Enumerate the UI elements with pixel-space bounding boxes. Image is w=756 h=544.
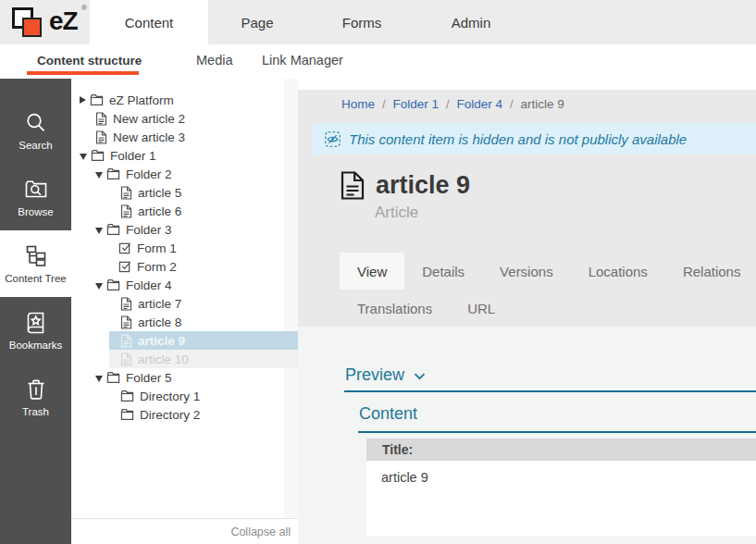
bookmarks-icon — [24, 311, 48, 335]
hidden-content-alert: This content item is hidden and is not p… — [312, 123, 756, 155]
breadcrumb-separator: / — [510, 98, 513, 111]
tree-item-label: Form 1 — [137, 241, 177, 255]
tree-item-directory-1[interactable]: Directory 1 — [120, 387, 298, 405]
article-icon — [120, 204, 132, 218]
collapse-arrow-icon[interactable] — [95, 172, 103, 179]
tree-item-label: Folder 3 — [126, 223, 172, 237]
sidebar-item-label: Bookmarks — [9, 340, 63, 351]
preview-section-toggle[interactable]: Preview — [345, 365, 426, 385]
folder-icon — [120, 408, 134, 421]
collapse-arrow-icon[interactable] — [95, 376, 103, 382]
tree-item-folder-5[interactable]: Folder 5 — [95, 368, 298, 387]
tree-item-label: Directory 2 — [140, 408, 200, 422]
subnav-item-link-manager[interactable]: Link Manager — [262, 44, 343, 76]
tree-item-label: Folder 4 — [126, 278, 172, 292]
form-icon — [118, 260, 131, 273]
content-tree-icon — [24, 244, 48, 268]
tree-item-new-article-2[interactable]: New article 2 — [95, 109, 298, 128]
tree-item-directory-2[interactable]: Directory 2 — [120, 405, 298, 424]
tree-item-article-8[interactable]: article 8 — [120, 313, 298, 331]
sidebar-item-label: Content Tree — [5, 273, 66, 284]
tree-item-label: article 5 — [138, 186, 181, 200]
article-icon — [95, 112, 107, 126]
article-icon — [120, 186, 132, 200]
tab-versions[interactable]: Versions — [482, 253, 571, 290]
article-icon — [120, 315, 132, 329]
collapse-arrow-icon[interactable] — [80, 154, 87, 160]
top-tab-content[interactable]: Content — [90, 0, 208, 44]
breadcrumb-folder-1[interactable]: Folder 1 — [393, 97, 440, 111]
subnav-item-media[interactable]: Media — [196, 44, 233, 76]
alert-text: This content item is hidden and is not p… — [349, 131, 687, 147]
expand-arrow-icon[interactable] — [80, 96, 86, 104]
folder-icon — [106, 278, 120, 291]
view-tabs: ViewDetailsVersionsLocationsRelationsTra… — [340, 253, 756, 327]
folder-icon — [106, 223, 120, 236]
collapse-all-button[interactable]: Collapse all — [230, 525, 291, 538]
tab-url[interactable]: URL — [450, 290, 513, 327]
breadcrumb-folder-4[interactable]: Folder 4 — [457, 97, 503, 111]
tree-item-label: article 8 — [138, 315, 181, 329]
tree-item-folder-2[interactable]: Folder 2 — [95, 165, 298, 183]
tree-item-folder-1[interactable]: Folder 1 — [80, 146, 298, 165]
tree-item-article-7[interactable]: article 7 — [120, 294, 298, 313]
tree-item-folder-3[interactable]: Folder 3 — [95, 220, 298, 239]
sidebar-item-bookmarks[interactable]: Bookmarks — [0, 297, 71, 364]
collapse-arrow-icon[interactable] — [95, 283, 103, 290]
top-tab-forms[interactable]: Forms — [306, 0, 417, 44]
sub-nav: Content structureMediaLink Manager — [0, 44, 756, 79]
breadcrumb: Home/Folder 1/Folder 4/article 9 — [298, 90, 756, 118]
content-divider — [358, 431, 756, 433]
sidebar-item-trash[interactable]: Trash — [0, 364, 71, 430]
folder-icon — [106, 167, 120, 180]
top-tabs: ContentPageFormsAdmin — [90, 0, 525, 44]
left-sidebar: SearchBrowseContent TreeBookmarksTrash — [0, 79, 71, 544]
tab-relations[interactable]: Relations — [665, 253, 756, 290]
tab-view[interactable]: View — [340, 253, 404, 290]
tree-item-ez-platform[interactable]: eZ Platform — [80, 91, 298, 109]
logo-text: eZ — [49, 6, 78, 36]
article-icon — [120, 297, 132, 311]
tree-item-new-article-3[interactable]: New article 3 — [95, 128, 298, 146]
page-title: article 9 — [376, 171, 470, 200]
tree-footer: Collapse all — [71, 518, 298, 544]
chevron-down-icon — [414, 373, 426, 380]
main-top-strip — [298, 79, 756, 90]
form-icon — [118, 241, 131, 254]
article-icon — [95, 130, 107, 144]
tree-item-article-5[interactable]: article 5 — [120, 183, 298, 202]
content-tree-panel: eZ PlatformNew article 2New article 3Fol… — [71, 79, 298, 544]
top-tab-page[interactable]: Page — [208, 0, 306, 44]
article-document-icon — [341, 171, 365, 200]
sidebar-item-search[interactable]: Search — [0, 97, 71, 164]
breadcrumb-home[interactable]: Home — [341, 97, 375, 111]
sidebar-item-content-tree[interactable]: Content Tree — [0, 230, 71, 297]
tree-item-label: article 9 — [138, 334, 185, 348]
breadcrumb-separator: / — [446, 98, 449, 111]
tree-item-article-6[interactable]: article 6 — [120, 202, 298, 220]
top-tab-admin[interactable]: Admin — [417, 0, 525, 44]
trash-icon — [24, 377, 48, 402]
main-header: Home/Folder 1/Folder 4/article 9 This co… — [298, 90, 756, 327]
sidebar-item-label: Trash — [22, 406, 49, 417]
field-value-cell: article 9 — [366, 461, 756, 536]
tree-item-form-2[interactable]: Form 2 — [118, 257, 298, 276]
tree-item-article-9[interactable]: article 9 — [109, 331, 298, 350]
tree-item-folder-4[interactable]: Folder 4 — [95, 276, 298, 294]
sidebar-item-browse[interactable]: Browse — [0, 164, 71, 230]
tree-item-article-10[interactable]: article 10 — [109, 350, 298, 368]
subnav-item-content-structure[interactable]: Content structure — [37, 44, 142, 76]
tab-locations[interactable]: Locations — [571, 253, 665, 290]
tab-translations[interactable]: Translations — [340, 290, 450, 327]
tree-item-form-1[interactable]: Form 1 — [118, 239, 298, 257]
sidebar-item-label: Browse — [18, 206, 53, 217]
title-row: article 9 — [341, 171, 470, 200]
tab-details[interactable]: Details — [404, 253, 482, 290]
preview-divider — [344, 390, 756, 392]
folder-icon — [120, 389, 134, 402]
collapse-arrow-icon[interactable] — [95, 228, 103, 234]
search-icon — [24, 111, 48, 135]
tree-item-label: article 6 — [138, 204, 181, 218]
tree-item-label: Folder 2 — [126, 167, 172, 181]
tree-item-label: New article 3 — [113, 130, 185, 144]
